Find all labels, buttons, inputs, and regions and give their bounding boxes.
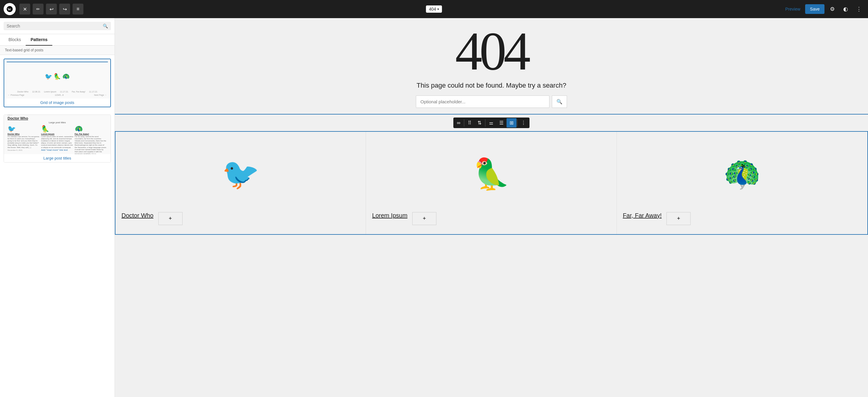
list-button[interactable]: ≡ xyxy=(72,4,84,14)
ellipsis-icon: ⋮ xyxy=(856,6,862,12)
settings-button[interactable]: ⚙ xyxy=(827,4,838,14)
mini-bird-1: 🐦 xyxy=(45,73,52,80)
pattern-preview-large-post: Dec 8 Doctor Who Large post titles 🐦 Doc… xyxy=(4,115,111,154)
post-bird-lorem-ipsum: 🦜 xyxy=(372,141,610,207)
tab-blocks[interactable]: Blocks xyxy=(4,34,26,45)
bt-more-button[interactable]: ⋮ xyxy=(518,118,529,128)
search-box: 🔍 xyxy=(4,22,111,30)
contrast-button[interactable]: ◐ xyxy=(840,4,851,14)
redo-icon: ↪ xyxy=(63,6,67,12)
page-badge[interactable]: 404 ▾ xyxy=(426,5,442,13)
section-label: Text-based grid of posts xyxy=(0,45,115,55)
pattern-preview-grid-image: 🐦 🦜 🦚 Doctor Who 12.06.21 Lorem Ipsum 11… xyxy=(4,59,110,99)
close-icon: ✕ xyxy=(23,6,27,12)
main-layout: 🔍 Blocks Patterns Text-based grid of pos… xyxy=(0,18,868,397)
post-title-lorem-ipsum[interactable]: Lorem Ipsum xyxy=(372,212,407,219)
posts-grid: 🐦 Doctor Who + 🦜 Lorem Ipsum + xyxy=(116,132,867,234)
canvas-search-button[interactable]: 🔍 xyxy=(552,96,567,108)
page-label: 404 xyxy=(429,7,436,11)
post-add-btn-doctor-who[interactable]: + xyxy=(158,212,183,225)
not-found-text: This page could not be found. Maybe try … xyxy=(127,81,856,90)
move-icon: ⇅ xyxy=(477,120,482,126)
mini-bird-2: 🦜 xyxy=(54,73,61,80)
wp-logo[interactable]: W xyxy=(4,3,16,15)
tabs-row: Blocks Patterns xyxy=(0,34,115,45)
search-submit-icon: 🔍 xyxy=(556,99,562,104)
block-toolbar: ∞ ⠿ ⇅ ⚌ ☰ ⊞ xyxy=(453,118,529,128)
top-toolbar: W ✕ ✏ ↩ ↪ ≡ 404 ▾ Preview Save ⚙ ◐ ⋮ xyxy=(0,0,868,18)
post-title-doctor-who[interactable]: Doctor Who xyxy=(122,212,154,219)
list-icon: ≡ xyxy=(76,6,79,12)
redo-button[interactable]: ↪ xyxy=(59,4,70,14)
bt-align-icon: ☰ xyxy=(499,120,503,126)
bt-align-button[interactable]: ☰ xyxy=(496,118,506,128)
post-card-lorem-ipsum: 🦜 Lorem Ipsum + xyxy=(366,132,617,234)
pattern-label-grid-image: Grid of image posts xyxy=(4,99,110,107)
bt-grid-button[interactable]: ⊞ xyxy=(506,118,517,128)
bt-drag-button[interactable]: ⠿ xyxy=(465,118,474,128)
undo-icon: ↩ xyxy=(50,6,54,12)
pattern-label-large-post: Large post titles xyxy=(4,154,111,162)
canvas-search-input[interactable] xyxy=(416,96,550,108)
mini-bird-3: 🦚 xyxy=(62,73,70,80)
post-add-btn-lorem-ipsum[interactable]: + xyxy=(412,212,436,225)
pattern-card-large-post[interactable]: Dec 8 Doctor Who Large post titles 🐦 Doc… xyxy=(4,114,111,163)
search-input[interactable] xyxy=(7,24,100,28)
tab-patterns[interactable]: Patterns xyxy=(26,34,52,45)
post-card-inner-3: Far, Far Away! + xyxy=(623,212,861,225)
block-toolbar-wrap: ∞ ⠿ ⇅ ⚌ ☰ ⊞ xyxy=(115,114,868,131)
post-card-doctor-who: 🐦 Doctor Who + xyxy=(116,132,366,234)
contrast-icon: ◐ xyxy=(843,6,848,12)
infinity-icon: ∞ xyxy=(457,120,460,126)
404-number: 404 xyxy=(127,24,856,78)
bt-grid-icon: ⊞ xyxy=(509,120,514,126)
post-card-inner-1: Doctor Who + xyxy=(122,212,360,225)
mini-text-row: Doctor Who 12.06.21 Lorem Ipsum 11.17.21… xyxy=(7,91,108,93)
bt-settings-button[interactable]: ⚌ xyxy=(486,118,496,128)
pencil-button[interactable]: ✏ xyxy=(33,4,43,14)
posts-grid-section: 🐦 Doctor Who + 🦜 Lorem Ipsum + xyxy=(115,131,868,235)
bt-divider-1 xyxy=(464,119,464,127)
post-card-inner-2: Lorem Ipsum + xyxy=(372,212,610,225)
bt-infinity-button[interactable]: ∞ xyxy=(454,119,463,128)
pencil-icon: ✏ xyxy=(36,7,40,11)
sidebar: 🔍 Blocks Patterns Text-based grid of pos… xyxy=(0,18,115,397)
bt-settings-icon: ⚌ xyxy=(489,120,493,126)
plus-icon-2: + xyxy=(423,216,426,222)
search-area: 🔍 xyxy=(0,18,115,34)
bt-divider-3 xyxy=(517,119,518,127)
svg-text:W: W xyxy=(7,7,11,11)
preview-button[interactable]: Preview xyxy=(783,5,803,13)
drag-icon: ⠿ xyxy=(468,120,471,126)
four-o-four-section: 404 This page could not be found. Maybe … xyxy=(115,18,868,114)
bt-move-button[interactable]: ⇅ xyxy=(474,118,485,128)
search-form: 🔍 xyxy=(416,96,567,108)
chevron-down-icon: ▾ xyxy=(437,7,439,11)
undo-button[interactable]: ↩ xyxy=(46,4,57,14)
post-add-btn-far-far-away[interactable]: + xyxy=(666,212,690,225)
pattern-card-grid-image[interactable]: 🐦 🦜 🦚 Doctor Who 12.06.21 Lorem Ipsum 11… xyxy=(4,59,111,107)
post-bird-doctor-who: 🐦 xyxy=(122,141,360,207)
post-title-far-far-away[interactable]: Far, Far Away! xyxy=(623,212,662,219)
search-icon: 🔍 xyxy=(103,24,108,28)
post-card-far-far-away: 🦚 Far, Far Away! + xyxy=(617,132,867,234)
more-options-button[interactable]: ⋮ xyxy=(854,4,864,14)
close-button[interactable]: ✕ xyxy=(19,4,30,14)
mini-pagination: ← Previous Page 12345...8 Next Page → xyxy=(7,94,108,96)
gear-icon: ⚙ xyxy=(830,6,835,12)
toolbar-right: Preview Save ⚙ ◐ ⋮ xyxy=(783,4,864,14)
save-button[interactable]: Save xyxy=(805,4,825,14)
canvas-area: 404 This page could not be found. Maybe … xyxy=(115,18,868,397)
toolbar-center: 404 ▾ xyxy=(426,5,442,13)
post-bird-far-far-away: 🦚 xyxy=(623,141,861,207)
plus-icon-1: + xyxy=(168,216,172,222)
plus-icon-3: + xyxy=(677,216,680,222)
bt-more-icon: ⋮ xyxy=(521,120,526,126)
